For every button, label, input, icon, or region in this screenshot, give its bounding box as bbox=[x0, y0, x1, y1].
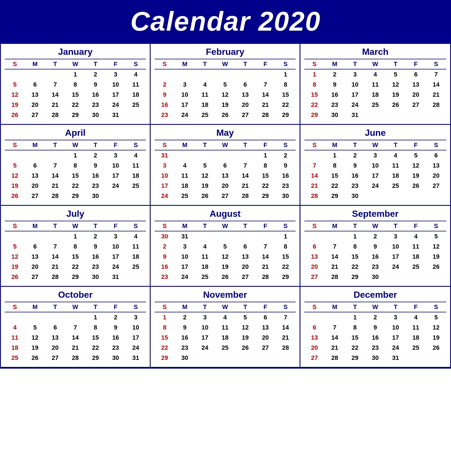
day-cell bbox=[45, 150, 65, 161]
day-cell bbox=[426, 110, 446, 120]
day-header-2: T bbox=[345, 221, 365, 231]
day-cell: 5 bbox=[5, 242, 25, 252]
day-header-6: S bbox=[426, 221, 446, 231]
day-cell: 9 bbox=[85, 242, 106, 252]
day-cell: 19 bbox=[235, 333, 255, 343]
day-cell: 27 bbox=[215, 191, 235, 201]
day-cell: 20 bbox=[235, 100, 255, 110]
month-july: JulySMTWTFS12345678910111213141516171819… bbox=[1, 206, 151, 287]
day-cell: 24 bbox=[106, 262, 126, 272]
day-header-0: S bbox=[5, 140, 25, 150]
month-name-february: February bbox=[155, 47, 296, 59]
day-cell bbox=[426, 191, 446, 201]
day-cell: 13 bbox=[255, 322, 276, 333]
day-header-4: T bbox=[235, 140, 255, 150]
day-cell: 18 bbox=[5, 343, 25, 353]
day-cell: 30 bbox=[175, 353, 195, 363]
day-cell: 3 bbox=[106, 69, 126, 80]
day-cell bbox=[25, 150, 45, 161]
day-cell: 12 bbox=[426, 322, 446, 333]
day-cell: 15 bbox=[255, 171, 276, 181]
day-cell: 1 bbox=[345, 312, 365, 322]
day-cell: 18 bbox=[126, 90, 146, 100]
day-cell: 21 bbox=[325, 343, 345, 353]
day-header-5: F bbox=[406, 221, 426, 231]
day-cell: 3 bbox=[106, 150, 126, 161]
day-cell: 7 bbox=[45, 80, 65, 90]
day-cell: 31 bbox=[126, 353, 146, 363]
day-cell: 15 bbox=[304, 90, 325, 100]
week-row: 12345 bbox=[304, 231, 446, 242]
day-cell: 21 bbox=[45, 100, 65, 110]
day-header-6: S bbox=[275, 302, 296, 312]
day-cell: 13 bbox=[215, 171, 235, 181]
week-row: 1 bbox=[155, 69, 296, 80]
day-cell: 10 bbox=[175, 90, 195, 100]
day-cell: 30 bbox=[345, 191, 365, 201]
day-cell bbox=[406, 353, 426, 363]
day-header-5: F bbox=[106, 302, 126, 312]
month-table-august: SMTWTFS303112345678910111213141516171819… bbox=[155, 221, 296, 282]
day-cell: 18 bbox=[175, 181, 195, 191]
month-name-april: April bbox=[5, 128, 146, 140]
day-cell: 4 bbox=[365, 69, 385, 80]
day-cell: 3 bbox=[365, 150, 385, 161]
day-cell: 12 bbox=[426, 242, 446, 252]
week-row: 262728293031 bbox=[5, 110, 146, 120]
day-cell: 15 bbox=[65, 90, 85, 100]
week-row: 2930 bbox=[155, 353, 296, 363]
day-header-5: F bbox=[406, 140, 426, 150]
day-cell: 1 bbox=[275, 231, 296, 242]
day-cell bbox=[195, 69, 215, 80]
day-cell: 16 bbox=[85, 171, 106, 181]
day-cell: 5 bbox=[235, 312, 255, 322]
day-cell: 28 bbox=[275, 343, 296, 353]
month-table-march: SMTWTFS123456789101112131415161718192021… bbox=[304, 59, 446, 120]
day-cell: 15 bbox=[65, 171, 85, 181]
day-cell: 10 bbox=[106, 161, 126, 171]
day-header-6: S bbox=[426, 140, 446, 150]
day-header-4: T bbox=[85, 302, 106, 312]
day-cell: 25 bbox=[175, 191, 195, 201]
day-cell: 5 bbox=[215, 242, 235, 252]
calendar-title: Calendar 2020 bbox=[1, 6, 450, 37]
month-name-july: July bbox=[5, 209, 146, 221]
day-cell: 12 bbox=[215, 252, 235, 262]
day-cell: 21 bbox=[426, 90, 446, 100]
day-cell: 30 bbox=[275, 191, 296, 201]
day-cell bbox=[406, 110, 426, 120]
day-cell: 16 bbox=[325, 90, 345, 100]
day-cell bbox=[215, 150, 235, 161]
day-cell: 3 bbox=[175, 242, 195, 252]
week-row: 19202122232425 bbox=[5, 181, 146, 191]
day-cell: 24 bbox=[175, 272, 195, 282]
day-cell bbox=[386, 191, 406, 201]
day-header-0: S bbox=[5, 302, 25, 312]
day-cell: 4 bbox=[386, 150, 406, 161]
day-cell: 2 bbox=[155, 80, 175, 90]
week-row: 20212223242526 bbox=[304, 262, 446, 272]
day-cell bbox=[25, 69, 45, 80]
week-row: 17181920212223 bbox=[155, 181, 296, 191]
day-cell: 4 bbox=[126, 231, 146, 242]
day-cell: 27 bbox=[25, 191, 45, 201]
week-row: 2345678 bbox=[155, 80, 296, 90]
day-cell: 27 bbox=[255, 343, 276, 353]
day-cell: 10 bbox=[195, 322, 215, 333]
day-cell: 7 bbox=[304, 161, 325, 171]
day-cell: 24 bbox=[175, 110, 195, 120]
day-cell: 2 bbox=[85, 231, 106, 242]
week-row: 78910111213 bbox=[304, 161, 446, 171]
month-table-april: SMTWTFS123456789101112131415161718192021… bbox=[5, 140, 146, 201]
day-cell: 20 bbox=[25, 181, 45, 191]
day-header-2: T bbox=[45, 59, 65, 69]
calendar-container: Calendar 2020 JanuarySMTWTFS123456789101… bbox=[0, 0, 451, 369]
day-cell: 2 bbox=[85, 150, 106, 161]
day-cell: 5 bbox=[426, 312, 446, 322]
day-cell: 24 bbox=[155, 191, 175, 201]
day-cell: 1 bbox=[275, 69, 296, 80]
day-cell: 26 bbox=[5, 110, 25, 120]
week-row: 567891011 bbox=[5, 80, 146, 90]
day-cell: 12 bbox=[195, 171, 215, 181]
day-cell: 17 bbox=[106, 171, 126, 181]
